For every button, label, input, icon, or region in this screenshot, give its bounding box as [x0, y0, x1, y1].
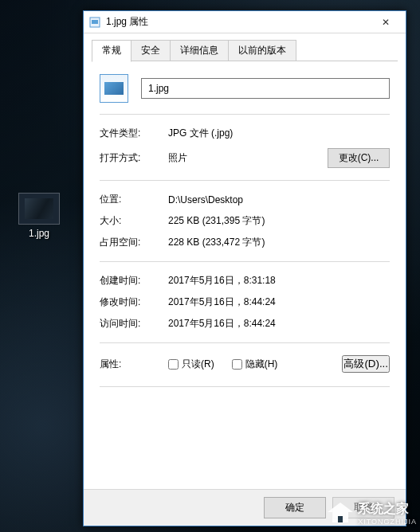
location-label: 位置: — [100, 193, 168, 206]
tab-underline — [92, 61, 398, 61]
modified-label: 修改时间: — [100, 295, 168, 309]
properties-dialog: 1.jpg 属性 ✕ 常规 安全 详细信息 以前的版本 文件类型: JPG 文件… — [83, 10, 406, 526]
watermark-name: 系统之家 — [358, 502, 409, 515]
desktop-file-icon[interactable]: 1.jpg — [14, 193, 64, 239]
divider — [100, 342, 390, 343]
size-value: 225 KB (231,395 字节) — [168, 214, 390, 228]
svg-rect-1 — [92, 20, 98, 24]
file-thumbnail-icon — [18, 193, 60, 225]
file-type-value: JPG 文件 (.jpg) — [168, 127, 390, 140]
accessed-label: 访问时间: — [100, 317, 168, 331]
close-icon: ✕ — [382, 17, 390, 28]
attributes-label: 属性: — [100, 358, 168, 371]
titlebar-file-icon — [88, 16, 101, 29]
open-with-label: 打开方式: — [100, 151, 168, 165]
size-label: 大小: — [100, 214, 168, 228]
size-on-disk-value: 228 KB (233,472 字节) — [168, 236, 390, 249]
hidden-label: 隐藏(H) — [245, 358, 278, 371]
file-type-icon — [100, 74, 128, 103]
size-on-disk-label: 占用空间: — [100, 236, 168, 249]
hidden-checkbox-input[interactable] — [232, 359, 242, 370]
filename-input[interactable] — [141, 78, 390, 99]
house-icon — [328, 503, 353, 525]
divider — [100, 114, 390, 115]
divider — [100, 386, 390, 387]
readonly-label: 只读(R) — [182, 358, 214, 371]
image-glyph-icon — [104, 82, 124, 95]
watermark-sub: XITONGZHIJIA — [358, 518, 417, 526]
thumbnail-image — [25, 198, 53, 219]
ok-button[interactable]: 确定 — [264, 497, 326, 518]
desktop-icon-label: 1.jpg — [14, 228, 64, 239]
tab-body-general: 文件类型: JPG 文件 (.jpg) 打开方式: 照片 更改(C)... 位置… — [84, 61, 406, 489]
readonly-checkbox[interactable]: 只读(R) — [168, 358, 214, 371]
divider — [100, 180, 390, 181]
advanced-button[interactable]: 高级(D)... — [342, 355, 390, 373]
hidden-checkbox[interactable]: 隐藏(H) — [232, 358, 278, 371]
tab-previous-versions[interactable]: 以前的版本 — [228, 40, 296, 61]
file-type-label: 文件类型: — [100, 127, 168, 140]
created-label: 创建时间: — [100, 274, 168, 288]
location-value: D:\Users\Desktop — [168, 194, 390, 205]
divider — [100, 261, 390, 262]
watermark: 系统之家 XITONGZHIJIA — [328, 501, 417, 526]
open-with-value: 照片 — [168, 151, 328, 165]
tab-strip: 常规 安全 详细信息 以前的版本 — [84, 33, 406, 61]
tab-security[interactable]: 安全 — [131, 40, 171, 61]
readonly-checkbox-input[interactable] — [168, 359, 179, 370]
created-value: 2017年5月16日，8:31:18 — [168, 274, 390, 288]
titlebar[interactable]: 1.jpg 属性 ✕ — [84, 11, 406, 33]
tab-details[interactable]: 详细信息 — [170, 40, 229, 61]
accessed-value: 2017年5月16日，8:44:24 — [168, 317, 390, 331]
modified-value: 2017年5月16日，8:44:24 — [168, 295, 390, 309]
change-button[interactable]: 更改(C)... — [328, 148, 390, 168]
titlebar-title: 1.jpg 属性 — [106, 15, 366, 29]
tab-general[interactable]: 常规 — [92, 40, 131, 62]
close-button[interactable]: ✕ — [371, 11, 401, 33]
